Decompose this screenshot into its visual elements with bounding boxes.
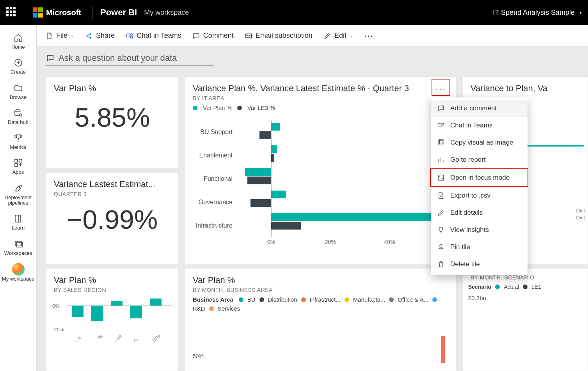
cmd-share[interactable]: Share xyxy=(85,32,115,40)
trash-icon xyxy=(437,260,445,268)
nav-label: My workspace xyxy=(0,276,36,282)
nav-label: Deployment pipelines xyxy=(0,195,36,206)
nav-label: Browse xyxy=(0,95,36,100)
bar-chart: BU SupportEnablementFunctionalGovernance… xyxy=(193,120,449,249)
copy-icon xyxy=(437,139,445,147)
comment-icon xyxy=(46,54,55,62)
svg-rect-9 xyxy=(127,34,130,37)
cmd-label: File xyxy=(56,32,68,40)
nav-label: Learn xyxy=(0,225,36,231)
plus-circle-icon xyxy=(0,57,36,69)
nav-workspaces[interactable]: Workspaces xyxy=(0,236,36,258)
comment-icon xyxy=(192,32,200,40)
ctx-delete-tile[interactable]: Delete tile xyxy=(431,256,528,273)
chevron-down-icon: ⌄ xyxy=(350,33,353,38)
report-dropdown[interactable]: IT Spend Analysis Sample ▾ xyxy=(493,9,582,17)
workspaces-icon xyxy=(0,238,36,250)
ctx-label: View insights xyxy=(450,226,489,234)
tile-variance-by-it-area[interactable]: Variance Plan %, Variance Latest Estimat… xyxy=(185,76,457,264)
share-icon xyxy=(85,32,93,40)
svg-rect-15 xyxy=(439,140,442,145)
tile-variance-latest-estimate[interactable]: Variance Lastest Estimat... QUARTER 3 −0… xyxy=(46,172,179,264)
nav-datahub[interactable]: Data hub xyxy=(0,105,36,127)
kpi-value: −0.99% xyxy=(46,197,179,246)
tile-by-month-scenario[interactable]: BY MONTH, SCENARIO Scenario ActualLE1 $0… xyxy=(463,268,588,371)
svg-rect-5 xyxy=(15,164,18,166)
pencil-icon xyxy=(437,209,445,217)
ctx-view-insights[interactable]: View insights xyxy=(431,221,528,238)
cmd-email-subscription[interactable]: Email subscription xyxy=(245,32,313,40)
ctx-label: Edit details xyxy=(450,209,483,217)
nav-pipelines[interactable]: Deployment pipelines xyxy=(0,180,36,208)
cmd-chat-teams[interactable]: Chat in Teams xyxy=(126,32,181,40)
svg-point-6 xyxy=(19,186,20,187)
qna-placeholder: Ask a question about your data xyxy=(59,53,177,63)
cmd-comment[interactable]: Comment xyxy=(192,32,234,40)
export-icon xyxy=(437,192,445,200)
ctx-add-comment[interactable]: Add a comment xyxy=(431,100,528,117)
ctx-label: Go to report xyxy=(450,156,486,164)
global-header: Microsoft Power BI My workspace IT Spend… xyxy=(0,0,588,25)
axis-tick: -20% xyxy=(52,327,64,332)
cmd-label: Email subscription xyxy=(256,32,313,40)
command-bar: File ⌄ Share Chat in Teams Comment Email… xyxy=(37,25,588,47)
tile-subtitle: QUARTER 3 xyxy=(46,191,179,197)
cmd-edit[interactable]: Edit ⌄ xyxy=(323,32,353,40)
ctx-label: Pin tile xyxy=(450,243,470,251)
ctx-label: Export to .csv xyxy=(450,192,490,200)
bulb-icon xyxy=(437,226,445,234)
nav-create[interactable]: Create xyxy=(0,55,36,77)
teams-icon xyxy=(126,32,133,40)
report-name: IT Spend Analysis Sample xyxy=(493,9,575,17)
tile-more-button[interactable]: ... xyxy=(432,79,450,96)
ctx-export-csv[interactable]: Export to .csv xyxy=(431,187,528,204)
tile-title: Var Plan % xyxy=(185,268,457,287)
ctx-label: Add a comment xyxy=(450,104,497,112)
microsoft-logo-icon xyxy=(33,7,43,18)
tile-subtitle: BY MONTH, BUSINESS AREA xyxy=(185,287,457,293)
app-launcher-icon[interactable] xyxy=(6,7,17,18)
product-label[interactable]: Power BI xyxy=(100,7,137,18)
teams-icon xyxy=(437,122,445,129)
nav-apps[interactable]: Apps xyxy=(0,155,36,177)
nav-browse[interactable]: Browse xyxy=(0,80,36,102)
mail-icon xyxy=(245,32,252,40)
rocket-icon xyxy=(0,182,36,194)
nav-label: Home xyxy=(0,44,36,50)
axis-tick: 0% xyxy=(52,303,60,309)
separator xyxy=(92,6,92,19)
nav-metrics[interactable]: Metrics xyxy=(0,130,36,152)
ctx-go-to-report[interactable]: Go to report xyxy=(431,151,528,168)
ctx-pin-tile[interactable]: Pin tile xyxy=(431,238,528,256)
nav-label: Apps xyxy=(0,170,36,175)
tile-var-plan-by-region[interactable]: Var Plan % BY SALES REGION 0% -20% ...d.… xyxy=(46,268,179,371)
chevron-down-icon: ▾ xyxy=(579,10,582,15)
tile-var-plan-by-month-area[interactable]: Var Plan % BY MONTH, BUSINESS AREA Busin… xyxy=(185,268,457,371)
column-bar xyxy=(441,336,445,363)
ctx-chat-teams[interactable]: Chat in Teams xyxy=(431,117,528,134)
kpi-value: 5.85% xyxy=(46,95,179,144)
apps-icon xyxy=(0,157,36,169)
ctx-label: Delete tile xyxy=(450,260,480,268)
ctx-copy-visual[interactable]: Copy visual as image xyxy=(431,134,528,151)
left-nav-rail: Home Create Browse Data hub Metrics Apps… xyxy=(0,25,37,371)
tile-var-plan-pct[interactable]: Var Plan % 5.85% xyxy=(46,76,179,168)
ctx-open-focus-mode[interactable]: Open in focus mode xyxy=(431,169,528,186)
nav-home[interactable]: Home xyxy=(0,30,36,52)
cmd-label: Chat in Teams xyxy=(137,32,181,40)
chart-legend: Business Area BUDistributionInfrastruct.… xyxy=(185,293,457,315)
nav-learn[interactable]: Learn xyxy=(0,210,36,233)
qna-input[interactable]: Ask a question about your data xyxy=(46,52,214,66)
cmd-file[interactable]: File ⌄ xyxy=(45,32,74,40)
column-chart: 0% -20% ...d...da...peA...USA xyxy=(52,298,172,344)
ctx-label: Open in focus mode xyxy=(450,174,510,182)
svg-rect-17 xyxy=(438,175,443,180)
pin-icon xyxy=(437,243,445,251)
nav-my-workspace[interactable]: My workspace xyxy=(0,261,36,284)
cmd-more[interactable]: ··· xyxy=(364,31,373,41)
svg-point-14 xyxy=(442,123,444,125)
axis-tick: 50% xyxy=(193,353,204,359)
workspace-link[interactable]: My workspace xyxy=(144,9,189,17)
ctx-edit-details[interactable]: Edit details xyxy=(431,204,528,221)
focus-icon xyxy=(437,174,445,182)
